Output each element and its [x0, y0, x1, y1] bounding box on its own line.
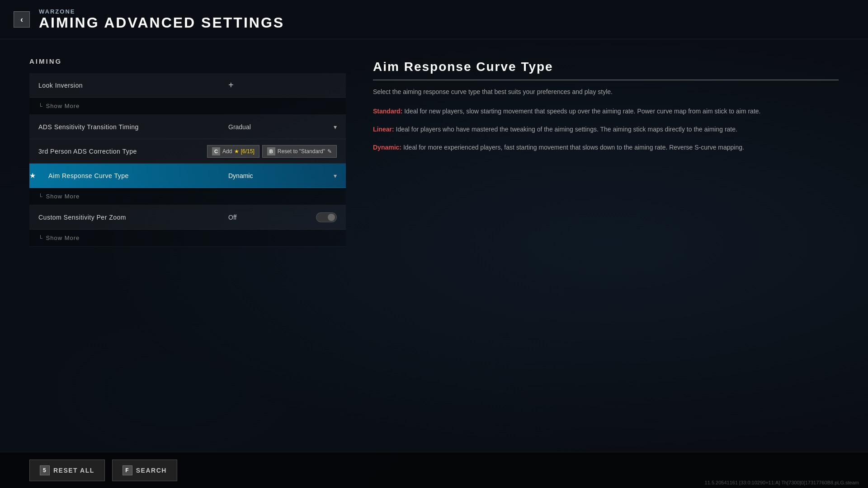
reset-label: Reset to "Standard"	[278, 148, 325, 155]
section-title: AIMING	[29, 57, 346, 65]
setting-name-3rd-person: 3rd Person ADS Correction Type	[29, 148, 198, 155]
button-group-3rd-person: C Add ★ [6/15] B Reset to "Standard" ✎	[207, 145, 337, 158]
aim-curve-value-text: Dynamic	[228, 172, 253, 179]
b-key: B	[267, 147, 275, 155]
back-button[interactable]: ‹	[14, 11, 30, 28]
option-name-dynamic: Dynamic:	[373, 144, 401, 151]
show-more-arrow-2: └	[38, 193, 42, 200]
add-label: Add	[222, 148, 232, 155]
version-info: 11.5.20541161 [33:0:10290+11:A] Th[7300]…	[705, 480, 859, 485]
toggle-thumb	[328, 214, 335, 221]
option-name-linear: Linear:	[373, 126, 394, 133]
back-icon: ‹	[20, 15, 23, 24]
page-wrapper: ‹ WARZONE AIMING ADVANCED SETTINGS AIMIN…	[0, 0, 868, 488]
add-button-3rd-person[interactable]: C Add ★ [6/15]	[207, 145, 259, 158]
show-more-aim-response-curve[interactable]: └ Show More	[29, 188, 346, 205]
custom-sens-value-text: Off	[228, 214, 236, 221]
search-label: SEARCH	[136, 467, 167, 474]
show-more-label: Show More	[46, 103, 80, 109]
setting-value-3rd-person: C Add ★ [6/15] B Reset to "Standard" ✎	[198, 145, 346, 158]
page-title: AIMING ADVANCED SETTINGS	[39, 15, 284, 31]
show-more-custom-sensitivity[interactable]: └ Show More	[29, 230, 346, 247]
header: ‹ WARZONE AIMING ADVANCED SETTINGS	[0, 0, 868, 39]
reset-button-3rd-person[interactable]: B Reset to "Standard" ✎	[262, 145, 337, 158]
dropdown-icon-ads: ▾	[334, 123, 337, 131]
show-more-arrow: └	[38, 103, 42, 109]
settings-list: Look Inversion + └ Show More ADS Sensiti…	[29, 73, 346, 247]
star-count: ★ [6/15]	[234, 148, 254, 155]
setting-name-look-inversion: Look Inversion	[29, 82, 219, 89]
search-button[interactable]: F SEARCH	[112, 460, 177, 481]
setting-row-look-inversion[interactable]: Look Inversion +	[29, 73, 346, 98]
option-desc-linear: Ideal for players who have mastered the …	[396, 126, 737, 133]
toggle-track	[316, 212, 337, 222]
add-icon: +	[228, 80, 234, 90]
detail-option-linear: Linear: Ideal for players who have maste…	[373, 124, 839, 134]
show-more-look-inversion[interactable]: └ Show More	[29, 98, 346, 115]
setting-name-ads-sensitivity: ADS Sensitivity Transition Timing	[29, 123, 219, 131]
setting-name-aim-response-curve: Aim Response Curve Type	[39, 172, 219, 179]
left-panel: AIMING Look Inversion + └ Show More ADS …	[29, 57, 346, 437]
setting-row-ads-sensitivity[interactable]: ADS Sensitivity Transition Timing Gradua…	[29, 115, 346, 139]
detail-title: Aim Response Curve Type	[373, 60, 839, 80]
main-content: AIMING Look Inversion + └ Show More ADS …	[0, 39, 868, 455]
reset-label: RESET ALL	[53, 467, 94, 474]
setting-value-aim-response-curve: Dynamic ▾	[219, 172, 346, 179]
game-title: WARZONE	[39, 8, 284, 15]
setting-value-look-inversion: +	[219, 80, 346, 90]
setting-value-custom-sensitivity: Off	[219, 212, 346, 222]
right-panel: Aim Response Curve Type Select the aimin…	[373, 57, 839, 437]
dropdown-icon-aim-curve: ▾	[334, 172, 337, 179]
c-key: C	[212, 147, 220, 155]
reset-all-button[interactable]: 5 RESET ALL	[29, 460, 105, 481]
show-more-label-2: Show More	[46, 193, 80, 200]
reset-key: 5	[40, 465, 50, 475]
show-more-label-3: Show More	[46, 235, 80, 241]
header-text: WARZONE AIMING ADVANCED SETTINGS	[39, 8, 284, 31]
detail-option-standard: Standard: Ideal for new players, slow st…	[373, 106, 839, 116]
setting-row-3rd-person[interactable]: 3rd Person ADS Correction Type C Add ★ […	[29, 139, 346, 164]
setting-row-custom-sensitivity[interactable]: Custom Sensitivity Per Zoom Off	[29, 205, 346, 230]
favorite-star-icon: ★	[29, 171, 36, 180]
show-more-arrow-3: └	[38, 235, 42, 241]
option-name-standard: Standard:	[373, 108, 402, 115]
option-desc-dynamic: Ideal for more experienced players, fast…	[403, 144, 744, 151]
setting-value-ads-sensitivity: Gradual ▾	[219, 123, 346, 131]
search-key: F	[123, 465, 132, 475]
setting-row-aim-response-curve[interactable]: ★ Aim Response Curve Type Dynamic ▾	[29, 164, 346, 188]
detail-option-dynamic: Dynamic: Ideal for more experienced play…	[373, 142, 839, 152]
setting-name-custom-sensitivity: Custom Sensitivity Per Zoom	[29, 214, 219, 221]
ads-value-text: Gradual	[228, 123, 251, 131]
option-desc-standard: Ideal for new players, slow starting mov…	[404, 108, 760, 115]
edit-icon: ✎	[327, 148, 332, 155]
detail-description: Select the aiming response curve type th…	[373, 87, 839, 97]
toggle-custom-sensitivity[interactable]	[316, 212, 337, 222]
